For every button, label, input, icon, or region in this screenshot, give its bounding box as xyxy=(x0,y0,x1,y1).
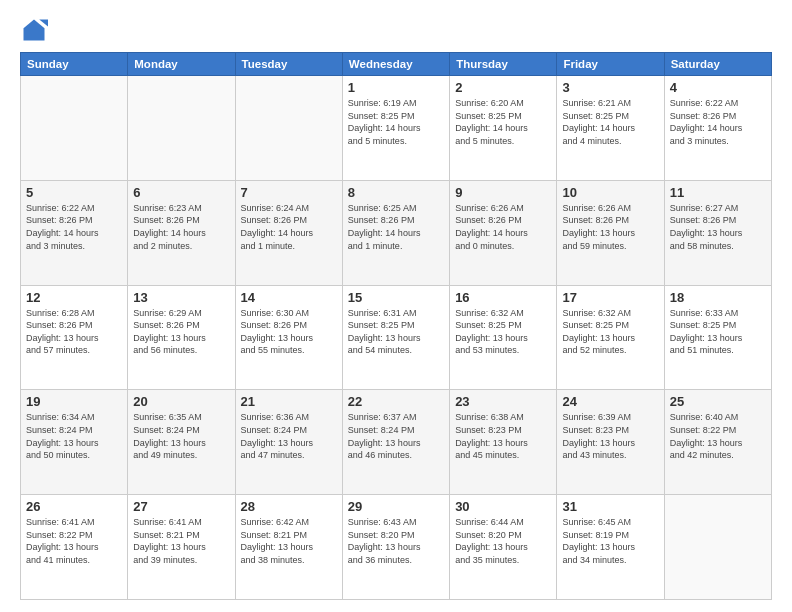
day-number: 23 xyxy=(455,394,551,409)
table-row: 11Sunrise: 6:27 AM Sunset: 8:26 PM Dayli… xyxy=(664,180,771,285)
col-thursday: Thursday xyxy=(450,53,557,76)
day-number: 7 xyxy=(241,185,337,200)
day-number: 27 xyxy=(133,499,229,514)
day-number: 13 xyxy=(133,290,229,305)
table-row: 26Sunrise: 6:41 AM Sunset: 8:22 PM Dayli… xyxy=(21,495,128,600)
day-info: Sunrise: 6:23 AM Sunset: 8:26 PM Dayligh… xyxy=(133,202,229,252)
day-number: 21 xyxy=(241,394,337,409)
day-info: Sunrise: 6:41 AM Sunset: 8:22 PM Dayligh… xyxy=(26,516,122,566)
table-row: 30Sunrise: 6:44 AM Sunset: 8:20 PM Dayli… xyxy=(450,495,557,600)
day-info: Sunrise: 6:32 AM Sunset: 8:25 PM Dayligh… xyxy=(562,307,658,357)
day-number: 26 xyxy=(26,499,122,514)
day-info: Sunrise: 6:44 AM Sunset: 8:20 PM Dayligh… xyxy=(455,516,551,566)
table-row: 24Sunrise: 6:39 AM Sunset: 8:23 PM Dayli… xyxy=(557,390,664,495)
day-number: 10 xyxy=(562,185,658,200)
day-info: Sunrise: 6:21 AM Sunset: 8:25 PM Dayligh… xyxy=(562,97,658,147)
table-row: 8Sunrise: 6:25 AM Sunset: 8:26 PM Daylig… xyxy=(342,180,449,285)
table-row: 13Sunrise: 6:29 AM Sunset: 8:26 PM Dayli… xyxy=(128,285,235,390)
table-row: 9Sunrise: 6:26 AM Sunset: 8:26 PM Daylig… xyxy=(450,180,557,285)
day-number: 28 xyxy=(241,499,337,514)
table-row: 20Sunrise: 6:35 AM Sunset: 8:24 PM Dayli… xyxy=(128,390,235,495)
day-info: Sunrise: 6:28 AM Sunset: 8:26 PM Dayligh… xyxy=(26,307,122,357)
table-row: 27Sunrise: 6:41 AM Sunset: 8:21 PM Dayli… xyxy=(128,495,235,600)
table-row: 15Sunrise: 6:31 AM Sunset: 8:25 PM Dayli… xyxy=(342,285,449,390)
table-row: 23Sunrise: 6:38 AM Sunset: 8:23 PM Dayli… xyxy=(450,390,557,495)
day-info: Sunrise: 6:38 AM Sunset: 8:23 PM Dayligh… xyxy=(455,411,551,461)
day-info: Sunrise: 6:35 AM Sunset: 8:24 PM Dayligh… xyxy=(133,411,229,461)
day-info: Sunrise: 6:24 AM Sunset: 8:26 PM Dayligh… xyxy=(241,202,337,252)
day-number: 9 xyxy=(455,185,551,200)
svg-marker-0 xyxy=(24,20,45,41)
calendar-week-row: 5Sunrise: 6:22 AM Sunset: 8:26 PM Daylig… xyxy=(21,180,772,285)
col-saturday: Saturday xyxy=(664,53,771,76)
col-sunday: Sunday xyxy=(21,53,128,76)
table-row: 21Sunrise: 6:36 AM Sunset: 8:24 PM Dayli… xyxy=(235,390,342,495)
day-number: 16 xyxy=(455,290,551,305)
day-info: Sunrise: 6:43 AM Sunset: 8:20 PM Dayligh… xyxy=(348,516,444,566)
day-number: 4 xyxy=(670,80,766,95)
day-number: 12 xyxy=(26,290,122,305)
calendar-week-row: 19Sunrise: 6:34 AM Sunset: 8:24 PM Dayli… xyxy=(21,390,772,495)
day-info: Sunrise: 6:40 AM Sunset: 8:22 PM Dayligh… xyxy=(670,411,766,461)
day-number: 2 xyxy=(455,80,551,95)
day-number: 20 xyxy=(133,394,229,409)
day-info: Sunrise: 6:39 AM Sunset: 8:23 PM Dayligh… xyxy=(562,411,658,461)
table-row: 31Sunrise: 6:45 AM Sunset: 8:19 PM Dayli… xyxy=(557,495,664,600)
day-number: 6 xyxy=(133,185,229,200)
day-number: 19 xyxy=(26,394,122,409)
day-info: Sunrise: 6:32 AM Sunset: 8:25 PM Dayligh… xyxy=(455,307,551,357)
table-row: 6Sunrise: 6:23 AM Sunset: 8:26 PM Daylig… xyxy=(128,180,235,285)
table-row xyxy=(21,76,128,181)
table-row: 29Sunrise: 6:43 AM Sunset: 8:20 PM Dayli… xyxy=(342,495,449,600)
table-row: 2Sunrise: 6:20 AM Sunset: 8:25 PM Daylig… xyxy=(450,76,557,181)
calendar-week-row: 1Sunrise: 6:19 AM Sunset: 8:25 PM Daylig… xyxy=(21,76,772,181)
day-number: 5 xyxy=(26,185,122,200)
day-info: Sunrise: 6:45 AM Sunset: 8:19 PM Dayligh… xyxy=(562,516,658,566)
day-number: 3 xyxy=(562,80,658,95)
day-number: 31 xyxy=(562,499,658,514)
day-info: Sunrise: 6:26 AM Sunset: 8:26 PM Dayligh… xyxy=(455,202,551,252)
logo-icon xyxy=(20,16,48,44)
day-info: Sunrise: 6:25 AM Sunset: 8:26 PM Dayligh… xyxy=(348,202,444,252)
col-wednesday: Wednesday xyxy=(342,53,449,76)
col-tuesday: Tuesday xyxy=(235,53,342,76)
table-row: 14Sunrise: 6:30 AM Sunset: 8:26 PM Dayli… xyxy=(235,285,342,390)
table-row: 19Sunrise: 6:34 AM Sunset: 8:24 PM Dayli… xyxy=(21,390,128,495)
day-info: Sunrise: 6:36 AM Sunset: 8:24 PM Dayligh… xyxy=(241,411,337,461)
table-row: 5Sunrise: 6:22 AM Sunset: 8:26 PM Daylig… xyxy=(21,180,128,285)
table-row: 3Sunrise: 6:21 AM Sunset: 8:25 PM Daylig… xyxy=(557,76,664,181)
table-row xyxy=(128,76,235,181)
day-info: Sunrise: 6:29 AM Sunset: 8:26 PM Dayligh… xyxy=(133,307,229,357)
table-row: 12Sunrise: 6:28 AM Sunset: 8:26 PM Dayli… xyxy=(21,285,128,390)
table-row: 22Sunrise: 6:37 AM Sunset: 8:24 PM Dayli… xyxy=(342,390,449,495)
col-monday: Monday xyxy=(128,53,235,76)
table-row xyxy=(664,495,771,600)
day-number: 18 xyxy=(670,290,766,305)
day-info: Sunrise: 6:30 AM Sunset: 8:26 PM Dayligh… xyxy=(241,307,337,357)
table-row: 16Sunrise: 6:32 AM Sunset: 8:25 PM Dayli… xyxy=(450,285,557,390)
day-number: 15 xyxy=(348,290,444,305)
table-row: 18Sunrise: 6:33 AM Sunset: 8:25 PM Dayli… xyxy=(664,285,771,390)
table-row: 7Sunrise: 6:24 AM Sunset: 8:26 PM Daylig… xyxy=(235,180,342,285)
day-number: 17 xyxy=(562,290,658,305)
day-info: Sunrise: 6:27 AM Sunset: 8:26 PM Dayligh… xyxy=(670,202,766,252)
day-number: 24 xyxy=(562,394,658,409)
col-friday: Friday xyxy=(557,53,664,76)
calendar: Sunday Monday Tuesday Wednesday Thursday… xyxy=(20,52,772,600)
day-info: Sunrise: 6:20 AM Sunset: 8:25 PM Dayligh… xyxy=(455,97,551,147)
day-info: Sunrise: 6:19 AM Sunset: 8:25 PM Dayligh… xyxy=(348,97,444,147)
day-number: 14 xyxy=(241,290,337,305)
day-info: Sunrise: 6:41 AM Sunset: 8:21 PM Dayligh… xyxy=(133,516,229,566)
page: Sunday Monday Tuesday Wednesday Thursday… xyxy=(0,0,792,612)
header xyxy=(20,16,772,44)
day-info: Sunrise: 6:22 AM Sunset: 8:26 PM Dayligh… xyxy=(26,202,122,252)
table-row: 28Sunrise: 6:42 AM Sunset: 8:21 PM Dayli… xyxy=(235,495,342,600)
day-number: 29 xyxy=(348,499,444,514)
table-row: 17Sunrise: 6:32 AM Sunset: 8:25 PM Dayli… xyxy=(557,285,664,390)
table-row xyxy=(235,76,342,181)
logo xyxy=(20,16,52,44)
day-info: Sunrise: 6:37 AM Sunset: 8:24 PM Dayligh… xyxy=(348,411,444,461)
calendar-week-row: 12Sunrise: 6:28 AM Sunset: 8:26 PM Dayli… xyxy=(21,285,772,390)
day-number: 30 xyxy=(455,499,551,514)
day-number: 1 xyxy=(348,80,444,95)
